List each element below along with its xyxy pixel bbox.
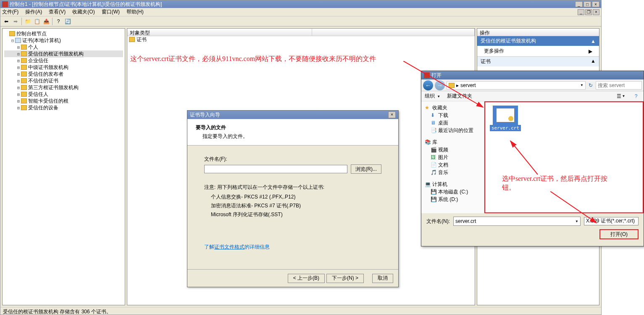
actions-title: 操作 — [477, 29, 599, 36]
tree-pane[interactable]: 控制台根节点 ⊟证书(本地计算机) ⊞个人 ⊞受信任的根证书颁发机构 ⊞企业信任… — [2, 28, 125, 305]
format-pkcs12: 个人信息交换- PKCS #12 (.PFX,.P12) — [211, 193, 381, 201]
file-type-select[interactable]: X.509 证书(*.cer;*.crt) — [584, 217, 639, 225]
filename-input[interactable] — [204, 165, 347, 173]
refresh-button[interactable]: 🔄 — [63, 17, 72, 26]
sb-downloads[interactable]: ⬇下载 — [421, 111, 484, 119]
up-button[interactable]: 📁 — [24, 17, 32, 26]
tree-trusted-root[interactable]: ⊞受信任的根证书颁发机构 — [4, 50, 123, 57]
tree-trusted-dev[interactable]: ⊞受信任的设备 — [4, 104, 123, 111]
menu-file[interactable]: 文件(F) — [2, 8, 18, 16]
tree-trusted-people[interactable]: ⊞受信任人 — [4, 91, 123, 98]
tree-personal[interactable]: ⊞个人 — [4, 44, 123, 50]
open-filename-label: 文件名(N): — [426, 218, 450, 225]
sb-video[interactable]: 🎬视频 — [421, 146, 484, 154]
sb-library[interactable]: 📚库 — [421, 138, 484, 146]
menu-window[interactable]: 窗口(W) — [102, 8, 120, 16]
menu-bar: 文件(F) 操作(A) 查看(V) 收藏夹(O) 窗口(W) 帮助(H) _ ❐… — [0, 8, 601, 16]
back-button[interactable]: < 上一步(B) — [288, 274, 325, 283]
cert-import-wizard: 证书导入向导 × 要导入的文件 指定要导入的文件。 文件名(F): 浏览(R).… — [187, 110, 399, 287]
sb-favorites[interactable]: ★收藏夹 — [421, 104, 484, 111]
close-button[interactable]: × — [592, 1, 599, 7]
actions-section-cert[interactable]: 证书▲ — [477, 56, 599, 66]
actions-more[interactable]: 更多操作▶ — [477, 46, 599, 56]
export-button[interactable]: 📤 — [42, 17, 50, 26]
open-title-bar: 打开 — [421, 71, 644, 79]
chevron-right-icon: ▶ — [589, 48, 592, 54]
collapse-icon: ▲ — [591, 38, 596, 44]
menu-favorites[interactable]: 收藏夹(O) — [72, 8, 95, 16]
tree-intermediate[interactable]: ⊞中级证书颁发机构 — [4, 64, 123, 71]
window-title: 控制台1 - [控制台根节点\证书(本地计算机)\受信任的根证书颁发机构] — [10, 1, 162, 8]
open-filename-input[interactable] — [454, 217, 573, 225]
tree-smartcard[interactable]: ⊞智能卡受信任的根 — [4, 98, 123, 104]
sb-pictures[interactable]: 🖼图片 — [421, 154, 484, 161]
open-sidebar[interactable]: ★收藏夹 ⬇下载 🖥桌面 📑最近访问的位置 📚库 🎬视频 🖼图片 📄文档 🎵音乐… — [421, 101, 484, 213]
wizard-subheading: 指定要导入的文件。 — [202, 133, 390, 140]
open-dialog: 打开 ← → ▸ servert ▼ ↻ 组织 ▼ 新建文件夹 ☰▼ ? ★收藏… — [421, 71, 644, 246]
nav-back-button[interactable]: ← — [423, 80, 433, 90]
minimize-button[interactable]: _ — [575, 1, 583, 7]
organize-menu[interactable]: 组织 ▼ — [425, 93, 440, 100]
status-bar: 受信任的根证书颁发机构 存储含有 306 个证书。 — [0, 307, 601, 315]
open-button[interactable]: 打开(O) — [599, 229, 639, 239]
cert-thumb-icon — [493, 106, 518, 125]
sb-computer[interactable]: 💻计算机 — [421, 180, 484, 188]
inner-restore-button[interactable]: ❐ — [585, 9, 592, 15]
folder-icon — [449, 83, 455, 88]
sb-documents[interactable]: 📄文档 — [421, 161, 484, 169]
wizard-close-button[interactable]: × — [388, 111, 396, 118]
open-nav-bar: ← → ▸ servert ▼ ↻ — [421, 79, 644, 91]
tree-third-party[interactable]: ⊞第三方根证书颁发机构 — [4, 84, 123, 91]
wizard-heading: 要导入的文件 — [196, 124, 390, 131]
sb-drive-d[interactable]: 💾系统 (D:) — [421, 196, 484, 203]
tree-root[interactable]: 控制台根节点 — [4, 30, 123, 37]
format-sst: Microsoft 序列化证书存储(.SST) — [211, 211, 381, 218]
col-object-type[interactable]: 对象类型 — [127, 29, 312, 36]
browse-button[interactable]: 浏览(R)... — [351, 164, 381, 174]
next-button[interactable]: 下一步(N) > — [326, 274, 364, 283]
inner-close-button[interactable]: × — [593, 9, 599, 15]
tree-untrusted[interactable]: ⊞不信任的证书 — [4, 77, 123, 84]
menu-action[interactable]: 操作(A) — [25, 8, 42, 16]
help-button[interactable]: ? — [54, 17, 63, 26]
file-list[interactable]: server.crt — [484, 101, 644, 213]
file-server-crt[interactable]: server.crt — [489, 106, 522, 131]
app-icon — [2, 1, 8, 7]
sb-recent[interactable]: 📑最近访问的位置 — [421, 127, 484, 134]
refresh-button[interactable]: ↻ — [587, 82, 594, 89]
new-folder-button[interactable]: 新建文件夹 — [447, 93, 472, 100]
menu-help[interactable]: 帮助(H) — [126, 8, 144, 16]
title-bar: 控制台1 - [控制台根节点\证书(本地计算机)\受信任的根证书颁发机构] _ … — [0, 0, 601, 8]
nav-forward-button[interactable]: → — [435, 80, 445, 90]
sb-drive-c[interactable]: 💾本地磁盘 (C:) — [421, 188, 484, 196]
tree-certs[interactable]: ⊟证书(本地计算机) — [4, 37, 123, 44]
breadcrumb[interactable]: ▸ servert ▼ — [447, 81, 586, 90]
filename-dropdown[interactable]: ▼ — [573, 220, 580, 223]
maximize-button[interactable]: □ — [584, 1, 591, 7]
wizard-title-bar: 证书导入向导 × — [187, 111, 398, 119]
tool-bar: ⬅ ➡ 📁 📋 📤 ? 🔄 — [0, 16, 601, 26]
help-icon[interactable]: ? — [632, 93, 640, 100]
inner-minimize-button[interactable]: _ — [578, 9, 584, 15]
sb-music[interactable]: 🎵音乐 — [421, 169, 484, 176]
view-button[interactable]: ☰▼ — [617, 93, 625, 100]
actions-section-trusted-root[interactable]: 受信任的根证书颁发机构▲ — [477, 36, 599, 46]
wizard-header: 要导入的文件 指定要导入的文件。 — [187, 119, 398, 146]
menu-view[interactable]: 查看(V) — [49, 8, 66, 16]
note-text: 注意: 用下列格式可以在一个文件中存储一个以上证书: — [204, 184, 381, 191]
collapse-icon: ▲ — [591, 58, 596, 65]
forward-button[interactable]: ➡ — [11, 17, 20, 26]
back-button[interactable]: ⬅ — [2, 17, 11, 26]
search-input[interactable] — [596, 81, 642, 90]
folder-icon — [129, 37, 135, 42]
column-header[interactable]: 对象类型 — [127, 29, 475, 36]
tree-trusted-pub[interactable]: ⊞受信任的发布者 — [4, 71, 123, 77]
show-hide-button[interactable]: 📋 — [33, 17, 41, 26]
chevron-down-icon[interactable]: ▼ — [580, 83, 584, 87]
list-row-cert[interactable]: 证书 — [127, 36, 475, 43]
cancel-button[interactable]: 取消 — [372, 274, 393, 283]
format-pkcs7: 加密消息语法标准- PKCS #7 证书(.P7B) — [211, 202, 381, 209]
sb-desktop[interactable]: 🖥桌面 — [421, 119, 484, 127]
cert-format-link[interactable]: 证书文件格式 — [214, 244, 244, 250]
tree-enterprise[interactable]: ⊞企业信任 — [4, 57, 123, 64]
